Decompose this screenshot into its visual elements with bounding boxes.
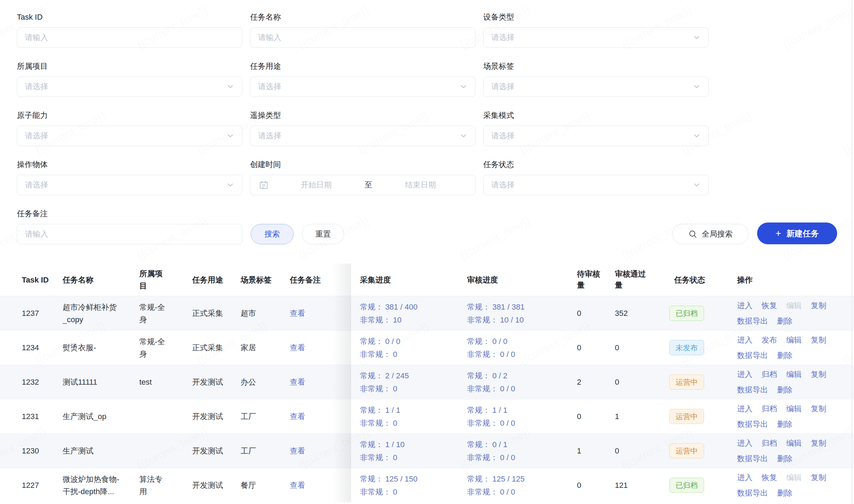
action-link[interactable]: 删除 — [777, 314, 793, 328]
filter-label-device-type: 设备类型 — [483, 13, 709, 22]
action-link[interactable]: 编辑 — [786, 437, 802, 450]
new-task-label: 新建任务 — [787, 228, 819, 239]
end-date-input[interactable]: 结束日期 — [374, 180, 467, 190]
filter-label-atomic-ability: 原子能力 — [17, 111, 242, 120]
device-type-select[interactable]: 请选择 — [483, 27, 709, 48]
new-task-button[interactable]: + 新建任务 — [757, 223, 837, 244]
action-link[interactable]: 复制 — [811, 333, 826, 347]
action-link[interactable]: 恢复 — [762, 471, 777, 484]
calendar-icon — [259, 180, 269, 190]
cell-pending-count: 0 — [575, 468, 612, 502]
view-remark-link[interactable]: 查看 — [290, 479, 305, 491]
table-header-row: Task ID 任务名称 所属项目 任务用途 场景标签 任务备注 采集进度 审核… — [0, 264, 854, 296]
action-link[interactable]: 归档 — [762, 437, 777, 450]
search-icon — [688, 230, 697, 239]
filter-scene-tag: 场景标签请选择 — [483, 62, 709, 97]
action-link[interactable]: 编辑 — [786, 368, 802, 381]
scrollbar-track[interactable] — [852, 0, 852, 504]
action-link[interactable]: 复制 — [811, 471, 826, 484]
cell-approved-count: 1 — [612, 399, 669, 433]
action-link[interactable]: 进入 — [737, 368, 753, 381]
action-link[interactable]: 进入 — [737, 333, 753, 347]
action-link[interactable]: 复制 — [811, 368, 826, 381]
global-search-label: 全局搜索 — [702, 229, 733, 239]
filter-task-status: 任务状态请选择 — [483, 160, 709, 195]
table-row: 1230 生产测试 开发测试 工厂 查看 常规： 1 / 10非常规： 0 常规… — [0, 433, 854, 468]
action-link[interactable]: 归档 — [762, 368, 777, 381]
action-link[interactable]: 进入 — [737, 402, 753, 416]
filter-label-task-status: 任务状态 — [483, 160, 709, 169]
action-link[interactable]: 编辑 — [786, 402, 802, 416]
filter-label-collect-mode: 采集模式 — [483, 111, 709, 120]
filter-device-type: 设备类型请选择 — [483, 13, 709, 48]
status-badge: 已归档 — [669, 306, 704, 321]
action-link[interactable]: 进入 — [737, 437, 753, 450]
cell-project: 算法专用 — [139, 468, 192, 502]
create-time-range-picker[interactable]: 开始日期至结束日期 — [250, 175, 475, 195]
teleop-type-select[interactable]: 请选择 — [250, 126, 475, 146]
cell-scene: 工厂 — [241, 434, 290, 468]
cell-pending-count: 0 — [575, 399, 612, 433]
action-link[interactable]: 删除 — [777, 383, 793, 397]
project-select[interactable]: 请选择 — [17, 77, 242, 97]
action-link[interactable]: 发布 — [762, 333, 777, 347]
status-badge: 已归档 — [669, 478, 704, 493]
filter-operate-object: 操作物体请选择 — [17, 160, 242, 195]
action-link[interactable]: 删除 — [777, 349, 793, 362]
action-link[interactable]: 删除 — [777, 418, 793, 431]
view-remark-link[interactable]: 查看 — [290, 445, 305, 457]
view-remark-link[interactable]: 查看 — [290, 376, 305, 388]
cell-collect-progress: 常规： 2 / 245非常规： 0 — [351, 365, 467, 399]
cell-review-progress: 常规： 1 / 1非常规： 0 / 0 — [467, 399, 575, 433]
action-link[interactable]: 数据导出 — [737, 314, 768, 328]
task-remark-input[interactable] — [17, 224, 242, 244]
action-link[interactable]: 数据导出 — [737, 418, 768, 431]
cell-approved-count: 352 — [612, 296, 669, 330]
action-link[interactable]: 数据导出 — [737, 452, 768, 465]
cell-task-name: 生产测试 — [63, 434, 139, 468]
action-link[interactable]: 恢复 — [762, 299, 777, 312]
cell-actions: 进入归档编辑复制数据导出删除 — [737, 399, 854, 433]
action-link[interactable]: 删除 — [777, 486, 793, 500]
global-search-button[interactable]: 全局搜索 — [672, 224, 749, 244]
view-remark-link[interactable]: 查看 — [290, 410, 305, 423]
action-link[interactable]: 数据导出 — [737, 486, 768, 500]
cell-scene: 工厂 — [241, 399, 290, 433]
collect-mode-select[interactable]: 请选择 — [483, 126, 709, 146]
chevron-down-icon — [693, 34, 701, 41]
filter-actions-row: 任务备注 搜索 重置 全局搜索 + 新建任务 — [0, 195, 854, 244]
atomic-ability-select[interactable]: 请选择 — [17, 126, 242, 146]
status-badge: 运营中 — [669, 374, 704, 390]
task-id-input[interactable] — [17, 27, 242, 48]
cell-task-id: 1234 — [0, 331, 63, 365]
scene-tag-select[interactable]: 请选择 — [483, 77, 709, 97]
cell-project: 常规-全身 — [139, 331, 192, 365]
filter-label-task-remark: 任务备注 — [17, 209, 242, 218]
task-purpose-select[interactable]: 请选择 — [250, 77, 475, 97]
cell-collect-progress: 常规： 381 / 400非常规： 10 — [351, 296, 467, 330]
action-link[interactable]: 进入 — [737, 299, 753, 312]
cell-pending-count: 0 — [575, 296, 612, 330]
action-link[interactable]: 复制 — [811, 299, 826, 312]
action-link[interactable]: 删除 — [777, 452, 793, 465]
operate-object-select[interactable]: 请选择 — [17, 175, 242, 195]
col-purpose: 任务用途 — [192, 264, 241, 296]
view-remark-link[interactable]: 查看 — [290, 307, 305, 319]
action-link[interactable]: 编辑 — [786, 333, 802, 347]
action-link[interactable]: 复制 — [811, 437, 826, 450]
action-link[interactable]: 数据导出 — [737, 383, 768, 397]
task-status-select[interactable]: 请选择 — [483, 175, 709, 195]
reset-button[interactable]: 重置 — [302, 224, 344, 244]
action-link[interactable]: 归档 — [762, 402, 777, 416]
view-remark-link[interactable]: 查看 — [290, 341, 305, 354]
start-date-input[interactable]: 开始日期 — [270, 180, 362, 190]
cell-review-progress: 常规： 0 / 1非常规： 0 / 0 — [467, 434, 575, 468]
search-button[interactable]: 搜索 — [251, 224, 294, 244]
action-link[interactable]: 进入 — [737, 471, 753, 484]
action-link[interactable]: 复制 — [811, 402, 826, 416]
plus-icon: + — [775, 228, 781, 238]
task-name-input[interactable] — [250, 27, 475, 48]
filter-label-task-purpose: 任务用途 — [250, 62, 475, 71]
table-row: 1234 熨烫衣服- 常规-全身 正式采集 家居 查看 常规： 0 / 0非常规… — [0, 330, 854, 365]
action-link[interactable]: 数据导出 — [737, 349, 768, 362]
